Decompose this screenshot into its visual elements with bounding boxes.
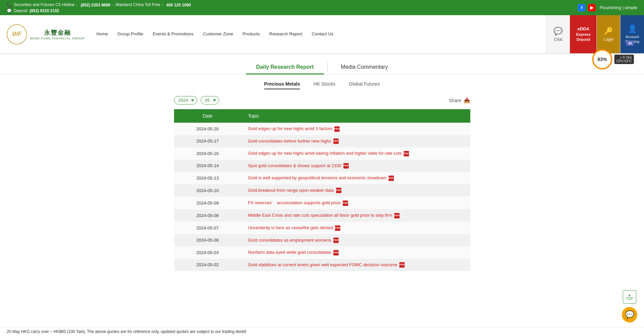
topic-link[interactable]: Gold consolidates before further new hig… <box>248 139 331 144</box>
nav-events-promotions[interactable]: Events & Promotions <box>148 15 198 53</box>
table-row: 2024-05-10Gold breakout from range upon … <box>174 184 470 197</box>
pdf-icon[interactable]: PDF <box>399 262 405 268</box>
table-row: 2024-05-13Gold is well supported by geop… <box>174 172 470 184</box>
logo-circle: WF <box>7 24 27 44</box>
table-cell-topic: Gold edges up for new highs amid easing … <box>241 147 470 160</box>
edda-label: eDDAExpressDeposit <box>576 26 591 42</box>
year-filter[interactable]: 2024 2023 2022 <box>174 96 197 104</box>
table-cell-topic: Gold breakout from range upon weaker dat… <box>241 184 470 197</box>
nav-home[interactable]: Home <box>92 15 113 53</box>
nav-products[interactable]: Products <box>238 15 264 53</box>
report-table: Date Topic 2024-05-20Gold edges up for n… <box>174 109 470 271</box>
deposit-label: Deposit <box>14 8 28 13</box>
tab-daily-research[interactable]: Daily Research Report <box>246 61 324 74</box>
topic-link[interactable]: Gold breakout from range upon weaker dat… <box>248 188 334 193</box>
pdf-icon[interactable]: PDF <box>343 201 348 206</box>
topic-link[interactable]: Gold edges up for new highs amid easing … <box>248 151 402 156</box>
table-row: 2024-05-14Spot gold consolidates & shows… <box>174 160 470 172</box>
mainland-number: 400 120 1090 <box>166 3 191 7</box>
table-cell-topic: Gold is well supported by geopolitical t… <box>241 172 470 184</box>
chat-icon: 💬 <box>553 27 563 36</box>
table-controls: 2024 2023 2022 05 04 03 02 01 Share 📤 <box>174 96 470 104</box>
tab-media-commentary[interactable]: Media Commentary <box>331 61 398 74</box>
topic-link[interactable]: Gold is well supported by geopolitical t… <box>248 175 386 180</box>
table-cell-date: 2024-05-02 <box>174 259 241 271</box>
hotline-number: (852) 2303 8690 <box>81 3 110 7</box>
nav-customer-zone[interactable]: Customer Zone <box>198 15 238 53</box>
pdf-icon[interactable]: PDF <box>336 188 341 193</box>
logo-area: WF 永豐金融 WING FUNG FINANCIAL GROUP <box>0 15 92 53</box>
share-icon: 📤 <box>464 97 470 103</box>
content-tabs: Daily Research Report Media Commentary <box>0 54 644 74</box>
col-topic-header: Topic <box>241 109 470 123</box>
table-row: 2024-05-16Gold edges up for new highs am… <box>174 147 470 160</box>
table-cell-topic: Middle East Crisis and rate cuts specula… <box>241 209 470 222</box>
topic-link[interactable]: Uncertainty is here as ceasefire gets de… <box>248 225 333 230</box>
pdf-icon[interactable]: PDF <box>335 225 340 231</box>
table-cell-date: 2024-05-17 <box>174 135 241 148</box>
mainland-label: Mainland China Toll Free： <box>115 2 164 8</box>
pdf-icon[interactable]: PDF <box>333 238 339 243</box>
main-nav: WF 永豐金融 WING FUNG FINANCIAL GROUP Home G… <box>0 15 644 54</box>
deposit-number: (852) 6310 2102 <box>30 8 59 13</box>
topic-link[interactable]: Nonfarm data eyed while gold consolidate… <box>248 250 332 255</box>
logo-english: WING FUNG FINANCIAL GROUP <box>30 37 85 40</box>
table-cell-date: 2024-05-06 <box>174 234 241 247</box>
pdf-icon[interactable]: PDF <box>388 176 394 181</box>
flourishing-text: Flourishing | simple <box>600 5 637 10</box>
table-row: 2024-05-03Nonfarm data eyed while gold c… <box>174 246 470 259</box>
table-area: 2024 2023 2022 05 04 03 02 01 Share 📤 Da… <box>167 93 477 284</box>
topic-link[interactable]: FX reserves' accumulation supports gold … <box>248 200 341 205</box>
facebook-icon[interactable]: f <box>578 4 585 11</box>
table-row: 2024-05-17Gold consolidates before furth… <box>174 135 470 148</box>
month-filter[interactable]: 05 04 03 02 01 <box>201 96 219 104</box>
nav-research-report[interactable]: Research Report <box>265 15 307 53</box>
topic-link[interactable]: Middle East Crisis and rate cuts specula… <box>248 213 392 218</box>
table-row: 2024-05-20Gold edges up for new highs am… <box>174 123 470 135</box>
topic-link[interactable]: Gold consolidates as employment worsens <box>248 238 331 243</box>
login-icon: 🔑 <box>604 27 613 36</box>
topic-link[interactable]: Gold edges up for new highs amid 3 facto… <box>248 126 333 131</box>
topic-link[interactable]: Gold stabilizes at current levels given … <box>248 262 398 267</box>
pdf-icon[interactable]: PDF <box>394 213 400 218</box>
table-cell-date: 2024-05-08 <box>174 209 241 222</box>
pdf-icon[interactable]: PDF <box>333 250 339 255</box>
table-row: 2024-05-08Middle East Crisis and rate cu… <box>174 209 470 222</box>
nav-contact-us[interactable]: Contact Us <box>307 15 338 53</box>
table-cell-date: 2024-05-14 <box>174 160 241 172</box>
chat-button[interactable]: 💬 Chat <box>546 15 570 53</box>
account-icon: 👤 <box>628 25 637 33</box>
subtab-precious-metals[interactable]: Precious Metals <box>264 81 300 89</box>
cpu-meter: 83% <box>592 49 612 69</box>
table-cell-date: 2024-05-10 <box>174 184 241 197</box>
logo-chinese: 永豐金融 <box>44 29 71 37</box>
phone-icon: 📞 <box>7 3 12 7</box>
sub-tabs: Precious Metals HK Stocks Global Futures <box>0 74 644 93</box>
whatsapp-icon: 💬 <box>7 8 12 13</box>
subtab-hk-stocks[interactable]: HK Stocks <box>313 81 335 89</box>
table-cell-topic: Spot gold consolidates & shows support a… <box>241 160 470 172</box>
ai-badge: AI <box>626 40 634 46</box>
table-cell-topic: Gold edges up for new highs amid 3 facto… <box>241 123 470 135</box>
topic-link[interactable]: Spot gold consolidates & shows support a… <box>248 163 342 168</box>
youtube-icon[interactable]: ▶ <box>588 4 596 11</box>
share-label: Share <box>449 98 461 103</box>
pdf-icon[interactable]: PDF <box>333 139 339 144</box>
subtab-global-futures[interactable]: Global Futures <box>349 81 380 89</box>
table-row: 2024-05-09FX reserves' accumulation supp… <box>174 196 470 209</box>
hotline-label: Securities and Futures CS Hotline： <box>14 2 79 8</box>
cpu-percent: 83% <box>598 57 607 62</box>
pdf-icon[interactable]: PDF <box>343 163 349 169</box>
table-cell-topic: Nonfarm data eyed while gold consolidate… <box>241 246 470 259</box>
table-row: 2024-05-06Gold consolidates as employmen… <box>174 234 470 247</box>
chat-label: Chat <box>554 37 562 42</box>
table-cell-date: 2024-05-16 <box>174 147 241 160</box>
table-cell-date: 2024-05-07 <box>174 222 241 234</box>
pdf-icon[interactable]: PDF <box>404 151 409 156</box>
share-button[interactable]: Share 📤 <box>449 97 470 103</box>
table-cell-topic: Gold stabilizes at current levels given … <box>241 259 470 271</box>
pdf-icon[interactable]: PDF <box>334 126 340 132</box>
nav-group-profile[interactable]: Group Profile <box>113 15 148 53</box>
separator: · <box>112 3 113 7</box>
table-row: 2024-05-07Uncertainty is here as ceasefi… <box>174 222 470 234</box>
